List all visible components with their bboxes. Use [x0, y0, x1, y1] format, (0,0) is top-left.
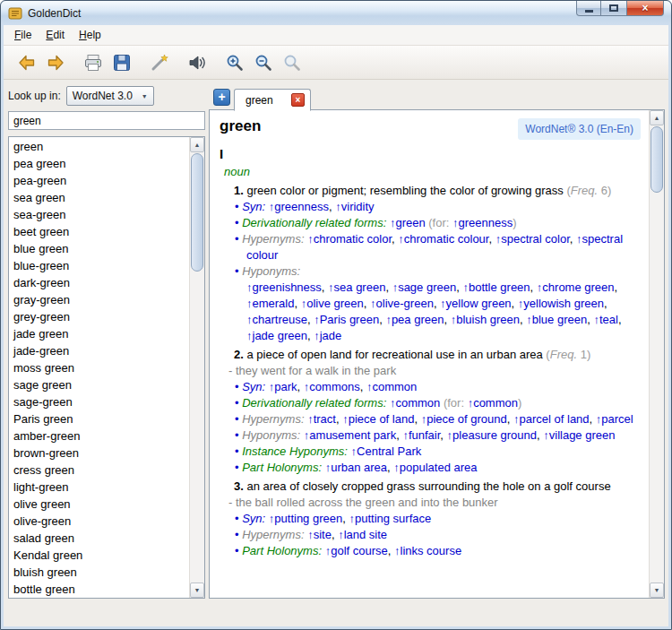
- word-list-scrollbar[interactable]: ▲ ▼: [189, 137, 204, 598]
- close-button[interactable]: ×: [626, 1, 664, 16]
- word-list-item[interactable]: green: [10, 138, 188, 155]
- article-link[interactable]: ↑funfair: [402, 428, 440, 442]
- article-link[interactable]: ↑links course: [394, 544, 461, 557]
- word-list-item[interactable]: blue-green: [10, 257, 188, 274]
- article-link[interactable]: ↑jade green: [246, 329, 307, 342]
- article-link[interactable]: ↑yellow green: [440, 297, 512, 310]
- word-list-item[interactable]: moss green: [10, 359, 188, 376]
- article-link[interactable]: ↑chromatic color: [307, 232, 392, 246]
- word-list-item[interactable]: brown-green: [10, 444, 188, 462]
- word-list-item[interactable]: bottle green: [10, 581, 188, 597]
- article-link[interactable]: ↑jade: [314, 329, 341, 342]
- word-list-item[interactable]: pea-green: [10, 172, 188, 189]
- dictionary-group-select[interactable]: WordNet 3.0 ▼: [66, 86, 154, 106]
- article-link[interactable]: ↑Central Park: [351, 444, 422, 458]
- article-link[interactable]: ↑greenishness: [246, 280, 322, 294]
- word-list-item[interactable]: Kendal green: [10, 547, 188, 564]
- article-link[interactable]: ↑olive-green: [370, 297, 434, 310]
- scroll-down-button[interactable]: ▼: [190, 583, 204, 598]
- word-list-item[interactable]: gray-green: [10, 291, 188, 308]
- article-link[interactable]: ↑chartreuse: [246, 313, 307, 326]
- print-button[interactable]: [79, 49, 108, 76]
- article-link[interactable]: ↑teal: [593, 313, 617, 326]
- article-link[interactable]: ↑green: [390, 216, 426, 229]
- scroll-thumb[interactable]: [650, 126, 663, 193]
- article-link[interactable]: ↑greenness: [452, 216, 513, 229]
- save-button[interactable]: [108, 49, 136, 76]
- article-link[interactable]: ↑olive green: [301, 297, 364, 310]
- word-list-item[interactable]: jade green: [10, 325, 188, 342]
- maximize-button[interactable]: [601, 1, 626, 16]
- article-link[interactable]: ↑parcel: [596, 412, 633, 426]
- article-link[interactable]: ↑golf course: [325, 544, 388, 557]
- scroll-up-button[interactable]: ▲: [190, 137, 204, 152]
- article-link[interactable]: ↑village green: [543, 428, 615, 442]
- scan-popup-button[interactable]: [145, 49, 174, 76]
- word-list-item[interactable]: blue green: [10, 240, 188, 257]
- article-link[interactable]: ↑common: [366, 380, 417, 393]
- word-list-item[interactable]: sea-green: [10, 206, 188, 223]
- word-list-item[interactable]: sea green: [10, 189, 188, 206]
- search-input[interactable]: [8, 111, 205, 130]
- zoom-reset-button[interactable]: [278, 49, 306, 76]
- word-list-item[interactable]: grey-green: [10, 308, 188, 325]
- article-link[interactable]: ↑urban area: [325, 461, 387, 474]
- article-scrollbar[interactable]: ▲ ▼: [649, 110, 664, 598]
- article-link[interactable]: ↑land site: [338, 528, 387, 541]
- article-link[interactable]: ↑yellowish green: [518, 297, 604, 310]
- article-link[interactable]: ↑site: [307, 528, 332, 541]
- menu-file[interactable]: File: [7, 26, 39, 44]
- word-list-item[interactable]: bluish green: [10, 564, 188, 581]
- article-link[interactable]: ↑viridity: [335, 200, 374, 213]
- word-list-item[interactable]: sage green: [10, 376, 188, 393]
- tab-green[interactable]: green ×: [234, 89, 311, 111]
- article-link[interactable]: ↑piece of ground: [421, 412, 507, 426]
- word-list-item[interactable]: beet green: [10, 223, 188, 240]
- article-link[interactable]: ↑Paris green: [314, 313, 379, 326]
- article-link[interactable]: ↑populated area: [393, 461, 477, 474]
- word-list-item[interactable]: olive-green: [10, 513, 188, 530]
- word-list-item[interactable]: jade-green: [10, 342, 188, 359]
- word-list-item[interactable]: light-green: [10, 479, 188, 496]
- word-list-item[interactable]: amber-green: [10, 427, 188, 444]
- article-link[interactable]: ↑tract: [307, 412, 336, 426]
- article-link[interactable]: ↑chrome green: [537, 280, 615, 294]
- zoom-in-button[interactable]: [220, 49, 249, 76]
- add-tab-button[interactable]: +: [213, 89, 230, 106]
- scroll-up-button[interactable]: ▲: [650, 110, 664, 125]
- word-list-item[interactable]: dark-green: [10, 274, 188, 291]
- scroll-down-button[interactable]: ▼: [650, 583, 664, 598]
- word-list-item[interactable]: pea green: [10, 155, 188, 172]
- article-link[interactable]: ↑bottle green: [462, 280, 530, 294]
- menu-help[interactable]: Help: [72, 26, 108, 44]
- word-list-item[interactable]: sage-green: [10, 393, 188, 410]
- article-link[interactable]: ↑spectral color: [495, 232, 570, 246]
- article-link[interactable]: ↑bluish green: [451, 313, 520, 326]
- article-link[interactable]: ↑common: [390, 396, 440, 410]
- article-link[interactable]: ↑piece of land: [342, 412, 414, 426]
- article-link[interactable]: ↑greenness: [269, 200, 329, 213]
- article-link[interactable]: ↑emerald: [246, 297, 294, 310]
- word-list-item[interactable]: Paris green: [10, 410, 188, 427]
- article-link[interactable]: ↑sage green: [392, 280, 457, 294]
- article-link[interactable]: ↑blue green: [526, 313, 587, 326]
- article-link[interactable]: ↑amusement park: [304, 428, 396, 442]
- tab-close-button[interactable]: ×: [291, 93, 305, 107]
- article-link[interactable]: ↑putting surface: [349, 512, 431, 525]
- article-link[interactable]: ↑park: [269, 380, 297, 393]
- article-link[interactable]: ↑common: [468, 396, 518, 410]
- word-list-item[interactable]: salad green: [10, 530, 188, 547]
- scroll-thumb[interactable]: [191, 153, 203, 272]
- pronounce-button[interactable]: [183, 49, 211, 76]
- article-link[interactable]: ↑parcel of land: [513, 412, 590, 426]
- word-list-item[interactable]: cress green: [10, 462, 188, 479]
- dictionary-badge[interactable]: WordNet® 3.0 (En-En): [518, 118, 641, 140]
- menu-edit[interactable]: Edit: [39, 26, 72, 44]
- zoom-out-button[interactable]: [249, 49, 278, 76]
- forward-button[interactable]: [41, 49, 70, 76]
- titlebar[interactable]: GoldenDict ×: [1, 1, 671, 25]
- article-link[interactable]: ↑pea green: [385, 313, 444, 326]
- word-list-item[interactable]: olive green: [10, 496, 188, 513]
- article-link[interactable]: ↑commons: [304, 380, 360, 393]
- back-button[interactable]: [13, 49, 41, 76]
